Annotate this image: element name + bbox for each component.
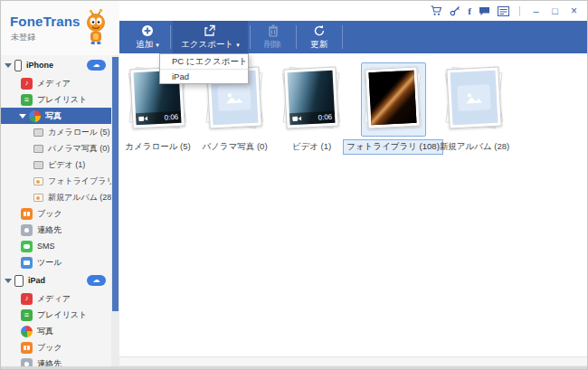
sidebar-item-sms[interactable]: SMS — [1, 238, 111, 254]
video-duration-bar: 0:06 — [289, 111, 335, 126]
sidebar-item-label: 新規アルバム (28) — [48, 192, 111, 204]
media-icon: ♪ — [21, 293, 33, 305]
album-tile-new-album[interactable]: 新規アルバム (28) — [436, 62, 513, 155]
photo-frame — [446, 67, 501, 129]
cloud-sync-icon[interactable]: ☁ — [87, 60, 106, 71]
export-button[interactable]: エクスポート▾ — [173, 21, 248, 53]
note-glyph: ♪ — [25, 80, 29, 87]
menu-item-export-to-ipad[interactable]: iPad — [160, 69, 248, 83]
sidebar-item-contacts-ipad[interactable]: 連絡先 — [1, 356, 111, 366]
toolbar-divider — [250, 25, 251, 49]
sidebar-subitem-new-album[interactable]: 新規アルバム (28) — [1, 189, 111, 205]
cart-icon[interactable] — [431, 5, 442, 16]
album-thumb — [442, 62, 507, 137]
sidebar-item-photos-selected[interactable]: 写真 — [1, 108, 111, 124]
add-icon — [141, 24, 154, 37]
maximize-button[interactable]: □ — [549, 5, 561, 17]
sidebar-item-label: フォトライブラリ (108) — [48, 176, 111, 187]
divider — [519, 6, 520, 16]
close-button[interactable]: × — [568, 5, 580, 17]
sidebar-item-books[interactable]: ブック — [1, 205, 111, 222]
album-label[interactable]: ビデオ (1) — [289, 139, 335, 155]
album-thumb: 0:06 — [280, 62, 345, 137]
refresh-icon — [313, 24, 326, 37]
delete-label: 削除 — [264, 39, 281, 51]
chevron-down-icon[interactable] — [19, 114, 26, 119]
sidebar-subitem-panorama[interactable]: パノラマ写真 (0) — [1, 140, 111, 157]
sidebar-device-ipad[interactable]: iPad ☁ — [1, 270, 111, 290]
sidebar-item-photos-ipad[interactable]: 写真 — [1, 323, 111, 339]
album-tile-video[interactable]: 0:06 ビデオ (1) — [273, 62, 350, 155]
device-label: iPad — [28, 276, 45, 285]
sidebar-item-label: メディア — [37, 78, 71, 90]
list-glyph: ≡ — [24, 96, 29, 104]
playlist-icon: ≡ — [21, 309, 33, 321]
add-label: 追加 — [136, 39, 153, 51]
album-label[interactable]: カメラロール (5) — [121, 139, 194, 155]
note-glyph: ♪ — [25, 295, 29, 302]
horizontal-scrollbar[interactable] — [119, 356, 587, 366]
chevron-down-icon[interactable] — [5, 63, 12, 68]
sidebar-nav: iPhone ☁ ♪ メディア ≡ プレイリスト 写真 カメラロール (5) — [1, 55, 111, 366]
toolbar-divider — [170, 25, 171, 49]
sidebar-item-media[interactable]: ♪ メディア — [1, 75, 111, 91]
feedback-icon[interactable] — [479, 6, 490, 16]
sidebar-scrollbar-thumb[interactable] — [112, 57, 119, 311]
toolbar-divider — [342, 25, 343, 49]
sidebar: FoneTrans 未登録 — [1, 1, 119, 369]
sidebar-item-label: ブック — [37, 342, 62, 354]
chevron-down-icon: ▾ — [236, 42, 240, 49]
photos-icon — [29, 110, 41, 122]
video-camera-icon — [292, 116, 301, 123]
sidebar-item-label: ブック — [37, 208, 62, 220]
photo-album-icon — [33, 194, 43, 202]
video-thumbnail: 0:06 — [287, 71, 335, 126]
sidebar-item-label: パノラマ写真 (0) — [48, 143, 109, 155]
album-label[interactable]: パノラマ写真 (0) — [198, 139, 270, 155]
chevron-down-icon[interactable] — [5, 279, 12, 283]
sidebar-item-label: 写真 — [37, 326, 53, 337]
ipad-device-icon — [14, 275, 24, 287]
sidebar-item-tools[interactable]: ツール — [1, 254, 111, 270]
menu-icon[interactable] — [498, 6, 509, 16]
sidebar-item-books-ipad[interactable]: ブック — [1, 339, 111, 356]
add-button[interactable]: 追加▾ — [127, 21, 168, 53]
license-status: 未登録 — [11, 32, 35, 43]
sidebar-item-label: メディア — [37, 293, 71, 305]
album-tile-photo-library-selected[interactable]: フォトライブラリ (108) — [350, 62, 436, 155]
key-icon[interactable] — [450, 5, 460, 16]
sidebar-item-contacts[interactable]: 連絡先 — [1, 222, 111, 238]
minimize-button[interactable]: – — [530, 5, 542, 17]
menu-item-export-to-pc[interactable]: PC にエクスポート — [160, 54, 248, 69]
photo-frame — [365, 67, 420, 129]
sidebar-scrollbar[interactable] — [111, 55, 119, 366]
sidebar-item-playlist[interactable]: ≡ プレイリスト — [1, 91, 111, 108]
contacts-icon — [21, 358, 33, 367]
sidebar-item-label: プレイリスト — [37, 309, 87, 321]
cloud-sync-icon[interactable]: ☁ — [87, 275, 106, 286]
app-window: FoneTrans 未登録 — [0, 0, 588, 370]
album-label[interactable]: フォトライブラリ (108) — [343, 139, 443, 155]
title-strip: f – □ × — [119, 1, 587, 21]
tools-icon — [21, 257, 33, 269]
refresh-button[interactable]: 更新 — [299, 21, 340, 53]
sidebar-item-media-ipad[interactable]: ♪ メディア — [1, 290, 111, 307]
space-photo-thumbnail — [368, 71, 416, 126]
mascot-icon — [81, 6, 110, 48]
facebook-icon[interactable]: f — [468, 5, 471, 16]
album-thumb-icon — [33, 145, 43, 153]
sidebar-subitem-camera-roll[interactable]: カメラロール (5) — [1, 124, 111, 140]
sidebar-item-playlist-ipad[interactable]: ≡ プレイリスト — [1, 307, 111, 323]
chevron-down-icon: ▾ — [156, 42, 159, 49]
sidebar-subitem-photo-library[interactable]: フォトライブラリ (108) — [1, 173, 111, 189]
books-icon — [21, 208, 33, 220]
iphone-device-icon — [14, 60, 22, 71]
sidebar-device-iphone[interactable]: iPhone ☁ — [1, 55, 111, 75]
album-label[interactable]: 新規アルバム (28) — [436, 139, 513, 155]
album-thumb-selected — [361, 62, 426, 137]
sidebar-subitem-video[interactable]: ビデオ (1) — [1, 157, 111, 173]
photo-album-icon — [33, 177, 43, 185]
sidebar-item-label: カメラロール (5) — [48, 127, 110, 138]
export-icon — [204, 24, 216, 37]
brand-header: FoneTrans 未登録 — [1, 1, 119, 55]
